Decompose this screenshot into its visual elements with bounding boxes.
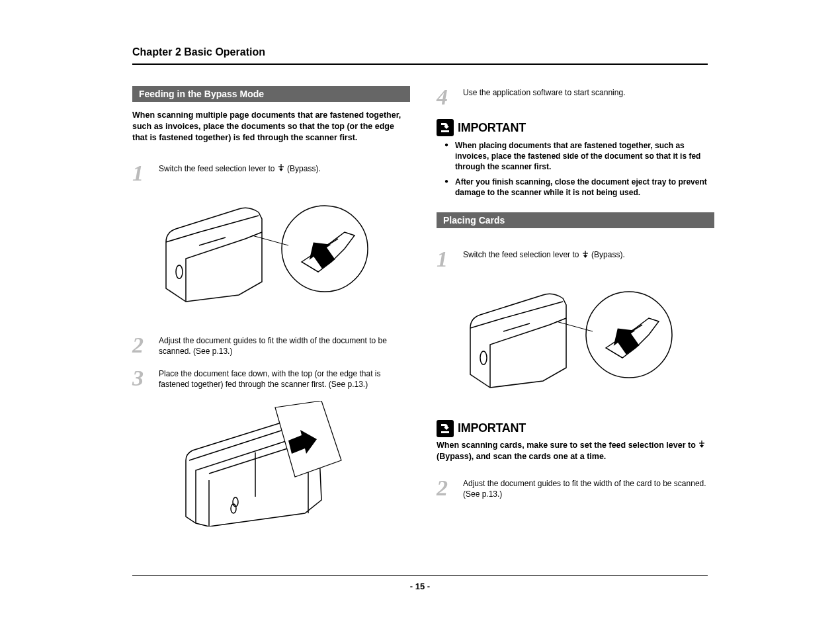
bypass-step-2: 2 Adjust the document guides to fit the …: [132, 334, 410, 357]
left-column: Feeding in the Bypass Mode When scanning…: [132, 86, 410, 546]
step-text-part-a: Switch the feed selection lever to: [159, 164, 277, 173]
bypass-step-1: 1 Switch the feed selection lever to (By…: [132, 162, 410, 185]
bypass-step-3: 3 Place the document face down, with the…: [132, 367, 410, 390]
important-text-part-a: When scanning cards, make sure to set th…: [437, 441, 698, 450]
svg-marker-11: [583, 255, 587, 258]
figure-lever-bypass: [159, 195, 378, 316]
page-footer: - 15 -: [132, 575, 708, 591]
step-text-part-b: (Bypass).: [287, 164, 321, 173]
cards-step-2: 2 Adjust the document guides to fit the …: [437, 477, 714, 499]
important-icon: [437, 119, 454, 136]
step-number: 3: [132, 367, 148, 390]
bypass-icon: [699, 440, 704, 451]
cards-step-1: 1 Switch the feed selection lever to (By…: [437, 248, 714, 271]
bypass-intro: When scanning multiple page documents th…: [132, 110, 410, 144]
step-number: 4: [437, 86, 452, 108]
section-heading-cards: Placing Cards: [437, 212, 714, 228]
step-text: Use the application software to start sc…: [463, 86, 625, 108]
step-number: 1: [437, 248, 452, 271]
step-text: Switch the feed selection lever to (Bypa…: [159, 162, 321, 185]
step-number: 2: [437, 477, 452, 499]
step-text: Switch the feed selection lever to (Bypa…: [463, 248, 625, 271]
bypass-icon: [278, 163, 284, 174]
bypass-step-4: 4 Use the application software to start …: [437, 86, 714, 108]
svg-point-13: [480, 351, 487, 364]
step-text: Place the document face down, with the t…: [159, 367, 407, 390]
important-item: When placing documents that are fastened…: [455, 140, 714, 173]
chapter-title: Chapter 2 Basic Operation: [132, 46, 708, 58]
important-label: IMPORTANT: [458, 121, 526, 135]
important-block-1: IMPORTANT When placing documents that ar…: [437, 119, 714, 198]
important-list-1: When placing documents that are fastened…: [437, 140, 714, 198]
page-number: - 15 -: [410, 581, 430, 591]
important-label: IMPORTANT: [458, 421, 526, 435]
step-text-part-a: Switch the feed selection lever to: [463, 250, 581, 259]
step-text-part-b: (Bypass).: [591, 250, 625, 259]
figure-document-place: [159, 400, 378, 527]
section-heading-bypass: Feeding in the Bypass Mode: [132, 86, 410, 102]
important-text: When scanning cards, make sure to set th…: [437, 440, 714, 462]
important-block-2: IMPORTANT When scanning cards, make sure…: [437, 420, 714, 462]
step-text: Adjust the document guides to fit the wi…: [159, 334, 407, 357]
bypass-icon: [583, 250, 588, 261]
step-text: Adjust the document guides to fit the wi…: [463, 477, 711, 499]
svg-marker-18: [700, 445, 704, 448]
important-icon: [437, 420, 454, 437]
important-item: After you finish scanning, close the doc…: [455, 177, 714, 198]
right-column: 4 Use the application software to start …: [437, 86, 714, 546]
important-text-part-b: (Bypass), and scan the cards one at a ti…: [437, 452, 606, 461]
chapter-rule: [132, 63, 708, 65]
figure-lever-cards: [463, 281, 683, 401]
svg-marker-1: [279, 169, 283, 171]
svg-point-3: [176, 265, 183, 278]
step-number: 2: [132, 334, 148, 357]
step-number: 1: [132, 162, 148, 185]
